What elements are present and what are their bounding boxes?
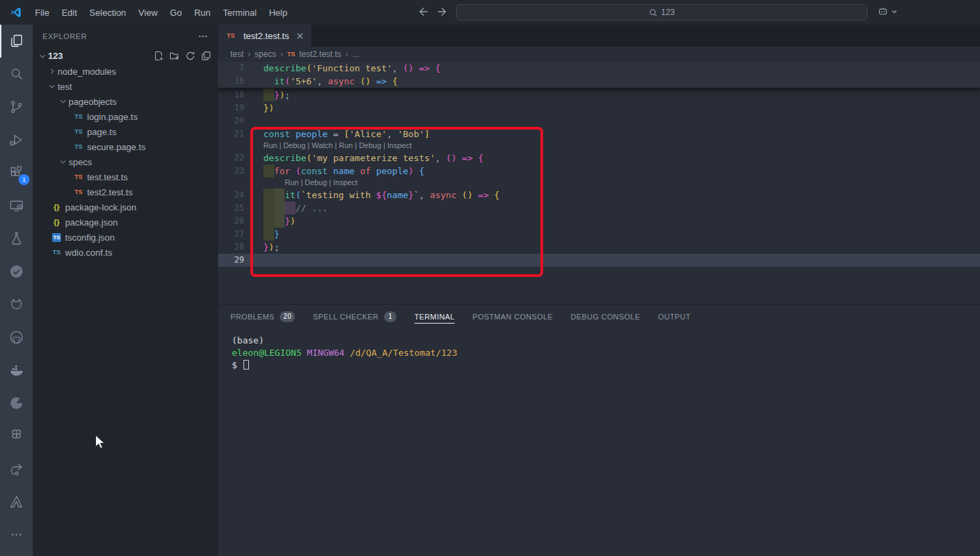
code-line-26[interactable]: 26}) [218, 215, 980, 228]
token [290, 166, 296, 176]
activitybar-remote-explorer[interactable] [0, 189, 33, 222]
breadcrumb-item-specs[interactable]: specs [254, 49, 276, 59]
tree-item-node-modules[interactable]: node_modules [33, 64, 218, 79]
code-line-29[interactable]: 29 [218, 254, 980, 267]
tree-item-package-lock-json[interactable]: {}package-lock.json [33, 200, 218, 215]
code-line-7[interactable]: 7describe('Function test', () => { [218, 62, 980, 75]
menu-run[interactable]: Run [188, 0, 217, 25]
menu-view[interactable]: View [132, 0, 164, 25]
explorer-icon [8, 33, 25, 49]
activitybar-extensions[interactable]: 1 [0, 156, 33, 189]
code-line-21[interactable]: 21const people = ['Alice', 'Bob'] [218, 128, 980, 141]
ts-blue-file-icon: TS [73, 113, 84, 120]
code-line-18[interactable]: 18}); [218, 88, 980, 101]
code-line-22[interactable]: 22describe('my parameterize tests', () =… [218, 152, 980, 165]
tree-item-login-page-ts[interactable]: TSlogin.page.ts [33, 109, 218, 124]
explorer-more-actions-icon[interactable] [198, 31, 208, 42]
code-line-28[interactable]: 28}); [218, 241, 980, 254]
activitybar-live-share[interactable] [0, 452, 33, 485]
navigate-back-icon[interactable] [417, 5, 429, 18]
copilot-menu[interactable] [877, 5, 898, 17]
activitybar-testing[interactable] [0, 222, 33, 255]
json-file-icon: {} [51, 218, 62, 226]
activitybar-search[interactable] [0, 58, 33, 90]
codelens[interactable]: Run | Debug | Inspect [218, 178, 980, 189]
tree-root-123[interactable]: 123 [33, 48, 218, 64]
activitybar-run-and-debug[interactable] [0, 123, 33, 156]
token: { [478, 153, 483, 163]
panel-tab-output[interactable]: OUTPUT [658, 304, 691, 328]
code-editor[interactable]: 7describe('Function test', () => {16 it(… [218, 62, 980, 304]
token: async [328, 76, 355, 86]
code-line-27[interactable]: 27} [218, 228, 980, 241]
menu-edit[interactable]: Edit [56, 0, 83, 25]
breadcrumb-item-test[interactable]: test [230, 49, 243, 59]
activitybar-gitkraken[interactable] [0, 288, 33, 321]
activitybar-docker[interactable] [0, 354, 33, 387]
code-line-25[interactable]: 25// ... [218, 202, 980, 215]
navigate-forward-icon[interactable] [436, 5, 449, 18]
panel-tab-debug-console[interactable]: DEBUG CONSOLE [571, 304, 640, 328]
close-tab-icon[interactable] [296, 32, 304, 40]
tree-item-page-ts[interactable]: TSpage.ts [33, 124, 218, 139]
tree-item-pageobjects[interactable]: pageobjects [33, 94, 218, 109]
chevron-down-icon [47, 82, 58, 91]
tree-item-label: test [58, 82, 72, 92]
activitybar-azure[interactable] [0, 485, 33, 518]
code-line-24[interactable]: 24it(`testing with ${name}`, async () =>… [218, 189, 980, 202]
panel-tab-terminal[interactable]: TERMINAL [414, 304, 455, 328]
terminal-text: MINGW64 [307, 348, 345, 358]
token: ( [296, 190, 301, 200]
breadcrumb-item-test2-test-ts[interactable]: test2.test.ts [299, 49, 341, 59]
tree-item-test[interactable]: test [33, 79, 218, 94]
token: } [408, 190, 414, 200]
tree-item-tsconfig-json[interactable]: TStsconfig.json [33, 230, 218, 245]
token: name [387, 190, 408, 200]
command-center-search[interactable]: 123 [456, 4, 868, 21]
panel-tab-postman-console[interactable]: POSTMAN CONSOLE [473, 304, 553, 328]
panel-tab-spell-checker[interactable]: SPELL CHECKER1 [313, 304, 396, 328]
activitybar-test-results[interactable] [0, 255, 33, 288]
token [489, 190, 494, 200]
new-file-icon[interactable] [154, 51, 164, 61]
tab-test2-test-ts[interactable]: TS test2.test.ts [218, 25, 311, 47]
tree-item-label: node_modules [58, 67, 116, 77]
activitybar-source-control[interactable] [0, 90, 33, 123]
code-line-19[interactable]: 19}) [218, 101, 980, 114]
tree-item-specs[interactable]: specs [33, 154, 218, 169]
test-results-icon [8, 263, 25, 280]
refresh-explorer-icon[interactable] [185, 51, 195, 61]
activitybar-circle-app[interactable] [0, 387, 33, 420]
code-text: } [263, 228, 279, 241]
activitybar-more-actions[interactable] [0, 518, 33, 551]
search-icon [8, 66, 25, 82]
tree-item-wdio-conf-ts[interactable]: TSwdio.conf.ts [33, 245, 218, 260]
menu-selection[interactable]: Selection [83, 0, 132, 25]
menu-terminal[interactable]: Terminal [217, 0, 263, 25]
indent-guide [274, 215, 285, 228]
token [457, 190, 462, 200]
menu-go[interactable]: Go [164, 0, 188, 25]
collapse-folders-icon[interactable] [201, 51, 211, 61]
tree-item-secure-page-ts[interactable]: TSsecure.page.ts [33, 139, 218, 154]
terminal-cursor [243, 360, 249, 370]
activitybar-figma[interactable] [0, 420, 33, 452]
new-folder-icon[interactable] [169, 51, 180, 61]
panel-tab-problems[interactable]: PROBLEMS20 [230, 304, 295, 328]
terminal[interactable]: (base)eleon@LEGION5 MINGW64 /d/QA_A/Test… [218, 328, 980, 372]
codelens[interactable]: Run | Debug | Watch | Run | Debug | Insp… [218, 141, 980, 152]
tree-item-test-test-ts[interactable]: TStest.test.ts [33, 169, 218, 184]
menu-help[interactable]: Help [263, 0, 294, 25]
code-line-23[interactable]: 23for (const name of people) { [218, 165, 980, 178]
menu-file[interactable]: File [29, 0, 56, 25]
token [263, 76, 274, 86]
activitybar-explorer[interactable] [0, 25, 33, 58]
activitybar-github[interactable] [0, 321, 33, 354]
tree-item-label: secure.page.ts [87, 142, 145, 152]
code-line-20[interactable]: 20 [218, 114, 980, 128]
tree-item-test2-test-ts[interactable]: TStest2.test.ts [33, 184, 218, 200]
token: => [419, 63, 430, 73]
tree-item-package-json[interactable]: {}package.json [33, 215, 218, 230]
code-line-16[interactable]: 16 it('5+6', async () => { [218, 75, 980, 88]
breadcrumb-item-[interactable]: ... [352, 49, 359, 59]
